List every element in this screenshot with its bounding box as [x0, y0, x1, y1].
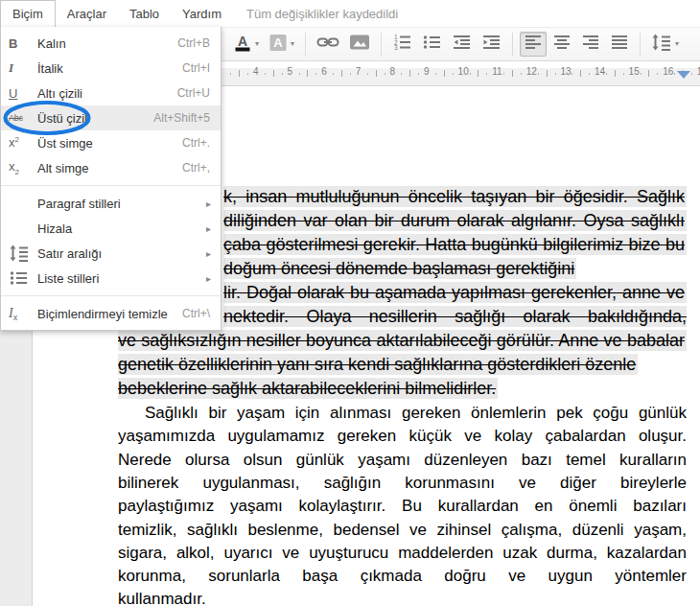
decrease-indent-icon [452, 34, 472, 55]
italic-icon: I [9, 60, 37, 76]
menubar-item-bicim[interactable]: Biçim [0, 0, 56, 27]
google-docs-window: k, insan mutluluğunun öncelik taşıyan bi… [0, 0, 700, 606]
menu-item-satir-araligi[interactable]: Satır aralığı▸ [1, 241, 221, 266]
paragraph-text: Nerede olursa olsun günlük yaşamı düzenl… [118, 451, 687, 469]
ruler-number: 10 [458, 66, 469, 77]
text-line[interactable]: sigara, alkol, uyarıcı ve uyuşturucu mad… [118, 542, 687, 565]
highlight-color-button[interactable]: A▾ [265, 32, 298, 57]
text-line[interactable]: k, insan mutluluğunun öncelik taşıyan bi… [223, 185, 687, 209]
menu-item-label: Üstü çizili [37, 111, 153, 126]
ruler-tick [606, 73, 607, 75]
text-line[interactable]: korunma, sorunlarla başa çıkmada doğru v… [118, 565, 687, 588]
menu-item-ust-simge[interactable]: x2Üst simgeCtrl+. [1, 130, 221, 155]
ruler-tick [273, 70, 274, 77]
chevron-down-icon: ▾ [255, 40, 259, 48]
svg-text:A: A [238, 34, 247, 49]
selected-strikethrough-text: diliğinden var olan bir durum olarak alg… [223, 210, 687, 231]
text-line[interactable]: Sağlıklı bir yaşam için alınması gereken… [145, 402, 687, 425]
align-center-button[interactable] [548, 32, 575, 57]
text-line[interactable]: Nerede olursa olsun günlük yaşamı düzenl… [118, 449, 687, 472]
highlight-color-icon: A [268, 34, 288, 56]
justify-button[interactable] [606, 32, 633, 57]
text-line[interactable]: doğum öncesi dönemde başlaması gerektiği… [223, 257, 576, 281]
text-line[interactable]: bilinerek uygulanması, sağlığın korunmas… [118, 472, 687, 495]
toolbar-separator [512, 33, 513, 57]
menu-shortcut: Ctrl+I [182, 61, 213, 75]
ruler-tick [572, 73, 572, 75]
menu-item-label: Üst simge [37, 136, 182, 151]
menu-item-alt-simge[interactable]: x2Alt simgeCtrl+, [1, 155, 221, 180]
menubar-item-tablo[interactable]: Tablo [118, 0, 171, 27]
ruler-tick [589, 73, 590, 75]
menu-item-ustu-cizili[interactable]: AbcÜstü çiziliAlt+Shift+5 [1, 105, 221, 130]
menu-item-label: Paragraf stilleri [37, 197, 206, 211]
text-line[interactable]: diliğinden var olan bir durum olarak alg… [223, 209, 687, 233]
text-line[interactable]: nektedir. Olaya nesillerin sağlığı olara… [223, 305, 687, 329]
text-line[interactable]: temizlik, sağlıklı beslenme, bedensel ve… [118, 519, 687, 542]
paragraph-text: bilinerek uygulanması, sağlığın korunmas… [118, 474, 687, 492]
selected-strikethrough-text: nektedir. Olaya nesillerin sağlığı olara… [223, 306, 687, 329]
text-color-button[interactable]: A▾ [229, 32, 263, 57]
line-spacing-button[interactable]: ▾ [647, 32, 683, 57]
increase-indent-button[interactable] [478, 32, 505, 57]
menu-item-alti-cizili[interactable]: UAltı çiziliCtrl+U [1, 81, 221, 105]
menu-bar: BiçimAraçlarTabloYardımTüm değişiklikler… [0, 0, 700, 27]
text-line[interactable]: paylaştığımız yaşamı kolaylaştırır. Bu k… [118, 495, 687, 518]
menu-item-italik[interactable]: IİtalikCtrl+I [1, 56, 221, 81]
menu-item-kalin[interactable]: BKalınCtrl+B [1, 31, 221, 56]
bulleted-list-icon [422, 34, 442, 55]
ruler-tick [350, 73, 351, 75]
ruler-tick [674, 73, 675, 75]
menubar-item-araclar[interactable]: Araçlar [56, 0, 118, 27]
line-spacing-icon [651, 34, 672, 55]
ruler-tick [512, 70, 513, 77]
ruler-tick [239, 70, 240, 77]
decrease-indent-button[interactable] [448, 32, 476, 57]
ruler-number: 7 [356, 66, 362, 77]
menu-item-liste-stilleri[interactable]: Liste stilleri▸ [1, 266, 221, 291]
insert-link-icon [316, 34, 339, 55]
ruler-tick [230, 73, 231, 75]
ruler-number: 11 [492, 66, 502, 77]
align-left-icon [524, 34, 543, 55]
right-indent-marker[interactable] [677, 71, 690, 79]
strikethrough-icon: Abc [9, 113, 37, 123]
toolbar-separator [640, 33, 641, 57]
ruler-number: 4 [253, 66, 259, 77]
menu-item-bicimlendirmeyi-temizle[interactable]: IxBiçimlendirmeyi temizleCtrl+\ [1, 301, 221, 326]
menubar-item-yardim[interactable]: Yardım [171, 0, 233, 27]
align-left-button[interactable] [520, 32, 547, 57]
numbered-list-icon: 123 [392, 34, 412, 55]
chevron-down-icon: ▾ [291, 40, 294, 48]
text-line[interactable]: ve sağlıksızlığın nesiller boyunca aktar… [118, 329, 687, 353]
menu-item-hizala[interactable]: Hizala▸ [1, 216, 221, 241]
format-menu-dropdown: BKalınCtrl+BIİtalikCtrl+IUAltı çiziliCtr… [0, 27, 222, 331]
insert-link-button[interactable] [313, 32, 343, 57]
menu-shortcut: Ctrl+\ [182, 307, 213, 320]
insert-image-icon [349, 34, 370, 55]
menu-separator [1, 185, 221, 186]
selected-strikethrough-text: ve sağlıksızlığın nesiller boyunca aktar… [118, 330, 687, 351]
align-right-button[interactable] [577, 32, 604, 57]
numbered-list-button[interactable]: 123 [388, 32, 416, 57]
insert-image-button[interactable] [345, 32, 374, 57]
text-line[interactable]: genetik özelliklerinin yanı sıra kendi s… [118, 353, 638, 377]
menu-item-label: Biçimlendirmeyi temizle [37, 307, 182, 321]
menu-shortcut: Ctrl+. [182, 136, 213, 150]
submenu-arrow-icon: ▸ [206, 248, 213, 259]
text-color-icon: A [233, 34, 252, 56]
ruler-tick [580, 70, 581, 77]
text-line[interactable]: kullanmadır. [118, 588, 206, 606]
paragraph-text: sigara, alkol, uyarıcı ve uyuşturucu mad… [118, 544, 687, 562]
text-line[interactable]: bebeklerine sağlık aktarabileceklerini b… [118, 377, 498, 401]
clear-format-icon: Ix [9, 306, 37, 322]
bulleted-list-button[interactable] [418, 32, 446, 57]
text-line[interactable]: lir. Doğal olarak bu aşamada yapılması g… [223, 281, 687, 305]
text-line[interactable]: yaşamımızda uygulamamız gereken küçük ve… [118, 425, 687, 448]
text-line[interactable]: çaba gösterilmesi gerekir. Hatta bugünkü… [223, 233, 687, 257]
menu-item-paragraf-stilleri[interactable]: Paragraf stilleri▸ [1, 191, 221, 216]
menu-shortcut: Ctrl+U [177, 86, 213, 100]
svg-text:A: A [273, 35, 283, 50]
menu-shortcut: Alt+Shift+5 [153, 111, 213, 125]
ruler-tick [623, 73, 624, 75]
